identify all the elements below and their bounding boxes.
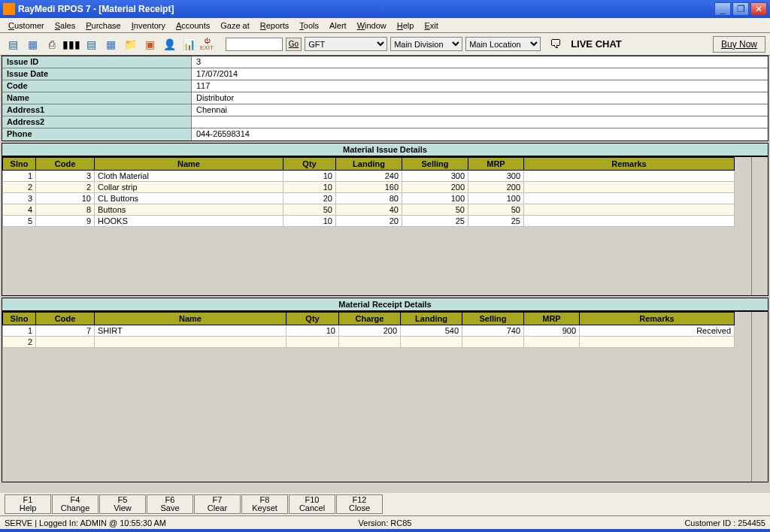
menu-inventory[interactable]: Inventory bbox=[126, 20, 171, 32]
barcode-icon[interactable]: ▮▮▮ bbox=[63, 36, 80, 53]
menu-customer[interactable]: Customer bbox=[3, 20, 50, 32]
col-selling[interactable]: Selling bbox=[402, 158, 468, 171]
issue-section-header: Material Issue Details bbox=[2, 143, 768, 156]
function-keys: F1HelpF4ChangeF5ViewF6SaveF7ClearF8Keyse… bbox=[0, 493, 770, 515]
issue-grid: Slno Code Name Qty Landing Selling MRP R… bbox=[2, 156, 768, 296]
toolbar-icon-8[interactable]: ▣ bbox=[141, 36, 158, 53]
rcol-charge[interactable]: Charge bbox=[339, 313, 401, 325]
receipt-scrollbar[interactable] bbox=[751, 312, 768, 482]
rcol-qty[interactable]: Qty bbox=[286, 313, 339, 325]
maximize-button[interactable]: ❐ bbox=[732, 2, 749, 16]
menu-accounts[interactable]: Accounts bbox=[171, 20, 215, 32]
status-left: SERVE | Logged In: ADMIN @ 10:55:30 AM bbox=[5, 518, 166, 527]
status-customer: Customer ID : 254455 bbox=[684, 518, 765, 527]
name-value[interactable]: Distributor bbox=[192, 92, 768, 104]
select-location[interactable]: Main Location bbox=[465, 37, 541, 51]
menu-alert[interactable]: Alert bbox=[324, 20, 352, 32]
addr1-value[interactable]: Chennai bbox=[192, 104, 768, 116]
titlebar: RayMedi RPOS 7 - [Material Receipt] _ ❐ … bbox=[0, 0, 770, 18]
toolbar-icon-2[interactable]: ▦ bbox=[24, 36, 41, 53]
table-row[interactable]: 13Cloth Material10240300300 bbox=[3, 171, 735, 182]
search-input[interactable] bbox=[226, 38, 283, 51]
rcol-selling[interactable]: Selling bbox=[462, 313, 524, 325]
rcol-remarks[interactable]: Remarks bbox=[580, 313, 735, 325]
rcol-slno[interactable]: Slno bbox=[3, 313, 36, 325]
table-row[interactable]: 310CL Buttons2080100100 bbox=[3, 193, 735, 204]
table-row[interactable]: 59HOOKS10202525 bbox=[3, 216, 735, 227]
addr1-label: Address1 bbox=[2, 104, 192, 116]
col-slno[interactable]: Slno bbox=[3, 158, 36, 171]
menu-help[interactable]: Help bbox=[392, 20, 420, 32]
col-qty[interactable]: Qty bbox=[283, 158, 336, 171]
col-landing[interactable]: Landing bbox=[336, 158, 402, 171]
phone-value[interactable]: 044-26598314 bbox=[192, 128, 768, 141]
toolbar-icon-5[interactable]: ▤ bbox=[83, 36, 99, 53]
fnkey-view[interactable]: F5View bbox=[99, 494, 146, 514]
name-label: Name bbox=[2, 92, 192, 104]
issue-id-label: Issue ID bbox=[2, 56, 192, 68]
header-form: Issue ID3 Issue Date17/07/2014 Code117 N… bbox=[2, 56, 768, 141]
addr2-label: Address2 bbox=[2, 116, 192, 128]
status-version: Version: RC85 bbox=[359, 518, 412, 527]
fnkey-save[interactable]: F6Save bbox=[147, 494, 193, 514]
code-label: Code bbox=[2, 80, 192, 92]
rcol-mrp[interactable]: MRP bbox=[524, 313, 580, 325]
rcol-landing[interactable]: Landing bbox=[401, 313, 462, 325]
menu-reports[interactable]: Reports bbox=[255, 20, 295, 32]
menu-exit[interactable]: Exit bbox=[419, 20, 443, 32]
fnkey-help[interactable]: F1Help bbox=[5, 494, 51, 514]
addr2-value[interactable] bbox=[192, 116, 768, 128]
menu-window[interactable]: Window bbox=[352, 20, 392, 32]
folder-icon[interactable]: 📁 bbox=[122, 36, 138, 53]
live-chat-label[interactable]: LIVE CHAT bbox=[571, 38, 622, 50]
chat-icon[interactable]: 🗨 bbox=[550, 38, 562, 51]
select-gft[interactable]: GFT bbox=[305, 37, 387, 51]
toolbar-icon-1[interactable]: ▤ bbox=[5, 36, 21, 53]
issue-date-value[interactable]: 17/07/2014 bbox=[192, 68, 768, 80]
fnkey-cancel[interactable]: F10Cancel bbox=[289, 494, 335, 514]
menu-tools[interactable]: Tools bbox=[294, 20, 324, 32]
phone-label: Phone bbox=[2, 128, 192, 141]
fnkey-clear[interactable]: F7Clear bbox=[194, 494, 241, 514]
select-division[interactable]: Main Division bbox=[390, 37, 462, 51]
issue-scrollbar[interactable] bbox=[751, 157, 768, 295]
fnkey-keyset[interactable]: F8Keyset bbox=[241, 494, 288, 514]
fnkey-close[interactable]: F12Close bbox=[336, 494, 383, 514]
table-row[interactable]: 17SHIRT10200540740900Received bbox=[3, 325, 735, 337]
col-name[interactable]: Name bbox=[95, 158, 283, 171]
table-row[interactable]: 48Buttons50405050 bbox=[3, 204, 735, 216]
buy-now-button[interactable]: Buy Now bbox=[713, 36, 765, 53]
col-mrp[interactable]: MRP bbox=[468, 158, 524, 171]
receipt-grid: Slno Code Name Qty Charge Landing Sellin… bbox=[2, 311, 768, 482]
app-icon bbox=[3, 3, 15, 15]
minimize-button[interactable]: _ bbox=[714, 2, 731, 16]
toolbar-icon-6[interactable]: ▦ bbox=[102, 36, 119, 53]
menu-gaze-at[interactable]: Gaze at bbox=[215, 20, 255, 32]
toolbar: ▤ ▦ ⎙ ▮▮▮ ▤ ▦ 📁 ▣ 👤 📊 ⏻EXIT Go GFT Main … bbox=[0, 33, 770, 56]
rcol-code[interactable]: Code bbox=[36, 313, 95, 325]
go-button[interactable]: Go bbox=[286, 38, 302, 51]
table-row[interactable]: 2 bbox=[3, 337, 735, 348]
exit-button[interactable]: ⏻EXIT bbox=[200, 38, 214, 51]
fnkey-change[interactable]: F4Change bbox=[52, 494, 99, 514]
menu-sales[interactable]: Sales bbox=[50, 20, 81, 32]
statusbar: SERVE | Logged In: ADMIN @ 10:55:30 AM V… bbox=[0, 515, 770, 529]
issue-date-label: Issue Date bbox=[2, 68, 192, 80]
col-code[interactable]: Code bbox=[36, 158, 95, 171]
close-window-button[interactable]: ✕ bbox=[750, 2, 767, 16]
window-title: RayMedi RPOS 7 - [Material Receipt] bbox=[18, 4, 713, 14]
col-remarks[interactable]: Remarks bbox=[524, 158, 735, 171]
code-value[interactable]: 117 bbox=[192, 80, 768, 92]
receipt-section-header: Material Receipt Details bbox=[2, 298, 768, 311]
chart-icon[interactable]: 📊 bbox=[180, 36, 197, 53]
rcol-name[interactable]: Name bbox=[95, 313, 286, 325]
menu-purchase[interactable]: Purchase bbox=[80, 20, 126, 32]
menubar: CustomerSalesPurchaseInventoryAccountsGa… bbox=[0, 18, 770, 33]
table-row[interactable]: 22Collar strip10160200200 bbox=[3, 182, 735, 193]
print-icon[interactable]: ⎙ bbox=[44, 36, 60, 53]
bottom-border bbox=[0, 529, 770, 532]
user-icon[interactable]: 👤 bbox=[161, 36, 177, 53]
issue-id-value[interactable]: 3 bbox=[192, 56, 768, 68]
